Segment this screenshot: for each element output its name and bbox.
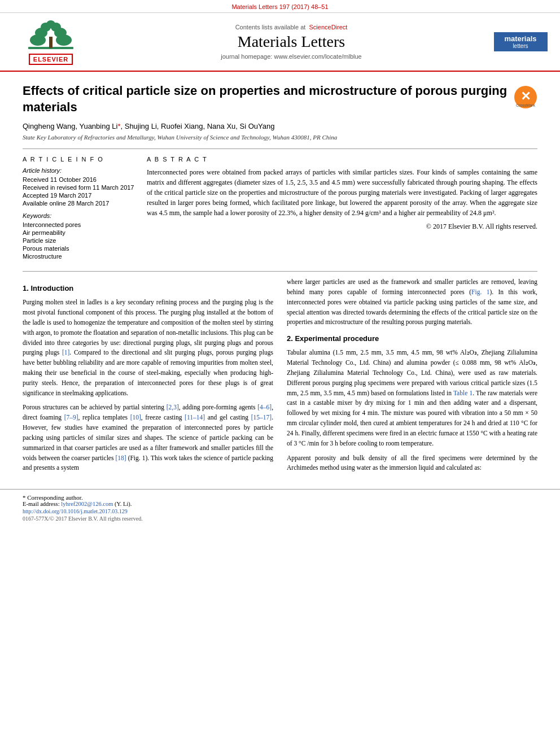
table1-link[interactable]: Table 1 <box>453 390 473 396</box>
sciencedirect-link[interactable]: ScienceDirect <box>309 24 348 30</box>
received-date: Received 11 October 2016 <box>23 176 135 183</box>
keyword-3: Particle size <box>23 237 135 244</box>
ref-1[interactable]: [1] <box>62 349 69 356</box>
article-area: Effects of critical particle size on pro… <box>0 72 560 489</box>
doi-link[interactable]: http://dx.doi.org/10.1016/j.matlet.2017.… <box>23 508 537 514</box>
keywords-label: Keywords: <box>23 212 135 219</box>
info-abstract-section: A R T I C L E I N F O Article history: R… <box>23 156 537 261</box>
abstract-heading: A B S T R A C T <box>147 156 537 163</box>
email-suffix: (Y. Li). <box>115 501 132 507</box>
svg-point-8 <box>46 20 55 28</box>
ref-7-9[interactable]: [7–9] <box>64 414 78 421</box>
footer-star-note: * Corresponding author. <box>23 494 537 501</box>
ref-10[interactable]: [10] <box>130 414 141 421</box>
elsevier-tree-icon <box>25 19 76 54</box>
experimental-para-2: Apparent porosity and bulk density of al… <box>287 453 537 474</box>
article-info-panel: A R T I C L E I N F O Article history: R… <box>23 156 135 261</box>
journal-homepage: journal homepage: www.elsevier.com/locat… <box>96 53 487 60</box>
body-right-column: where larger particles are used as the f… <box>287 277 537 478</box>
issn-text: 0167-577X/© 2017 Elsevier B.V. All right… <box>23 516 537 522</box>
top-citation-bar: Materials Letters 197 (2017) 48–51 <box>0 0 560 13</box>
ref-2-3[interactable]: [2,3] <box>167 404 179 410</box>
affiliation-text: State Key Laboratory of Refractories and… <box>23 134 537 141</box>
journal-title: Materials Letters <box>96 33 487 51</box>
intro-para-1: Purging molten steel in ladles is a key … <box>23 298 273 398</box>
keyword-4: Porous materials <box>23 245 135 252</box>
experimental-para-1: Tabular alumina (1.5 mm, 2.5 mm, 3.5 mm,… <box>287 348 537 448</box>
ml-subtitle: letters <box>498 43 543 49</box>
crossmark-icon[interactable]: ✕ CrossMark <box>514 85 537 109</box>
section2-title: 2. Experimental procedure <box>287 333 537 344</box>
authors-text: Qingheng Wang, Yuanbing Li*, Shujing Li,… <box>23 122 274 130</box>
abstract-copyright: © 2017 Elsevier B.V. All rights reserved… <box>147 222 537 231</box>
email-link[interactable]: lyhref2002@126.com <box>61 501 113 507</box>
fig1-ref[interactable]: Fig. 1 <box>471 289 489 295</box>
revised-date: Received in revised form 11 March 2017 <box>23 184 135 191</box>
accepted-date: Accepted 19 March 2017 <box>23 192 135 199</box>
intro-para-2: Porous structures can be achieved by par… <box>23 403 273 473</box>
elsevier-emblem: ELSEVIER <box>25 19 76 65</box>
journal-header: ELSEVIER Contents lists available at Sci… <box>0 13 560 72</box>
keyword-2: Air permeability <box>23 229 135 236</box>
elsevier-logo-area: ELSEVIER <box>11 19 90 65</box>
divider-1 <box>23 148 537 149</box>
svg-text:✕: ✕ <box>520 89 531 103</box>
svg-text:CrossMark: CrossMark <box>516 103 535 107</box>
section1-title: 1. Introduction <box>23 283 273 294</box>
divider-2 <box>23 271 537 272</box>
keyword-5: Microstructure <box>23 253 135 260</box>
abstract-text: Interconnected pores were obtained from … <box>147 167 537 218</box>
ml-title: materials <box>498 34 543 43</box>
history-label: Article history: <box>23 167 135 174</box>
ref-4-6[interactable]: [4–6] <box>257 404 272 410</box>
keyword-1: Interconnected pores <box>23 221 135 228</box>
svg-rect-1 <box>49 37 53 48</box>
footer-email: E-mail address: lyhref2002@126.com (Y. L… <box>23 501 537 507</box>
article-title: Effects of critical particle size on pro… <box>23 83 508 115</box>
ml-logo-box: materials letters <box>494 32 548 51</box>
footer-notes: * Corresponding author. E-mail address: … <box>0 489 560 524</box>
abstract-panel: A B S T R A C T Interconnected pores wer… <box>147 156 537 261</box>
sciencedirect-prefix: Contents lists available at <box>235 24 306 30</box>
ref-15-17[interactable]: [15–17] <box>251 414 272 421</box>
citation-text: Materials Letters 197 (2017) 48–51 <box>231 3 328 10</box>
body-columns: 1. Introduction Purging molten steel in … <box>23 277 537 478</box>
available-date: Available online 28 March 2017 <box>23 200 135 207</box>
ref-18[interactable]: [18] <box>115 455 126 461</box>
sciencedirect-line: Contents lists available at ScienceDirec… <box>96 24 487 30</box>
elsevier-label: ELSEVIER <box>29 54 73 65</box>
email-label: E-mail address: <box>23 501 60 507</box>
journal-center: Contents lists available at ScienceDirec… <box>96 24 487 60</box>
title-crossmark-row: Effects of critical particle size on pro… <box>23 83 537 122</box>
body-left-column: 1. Introduction Purging molten steel in … <box>23 277 273 478</box>
journal-logo-right: materials letters <box>492 32 549 51</box>
intro-para-3: where larger particles are used as the f… <box>287 277 537 327</box>
ref-11-14[interactable]: [11–14] <box>185 414 205 421</box>
article-info-heading: A R T I C L E I N F O <box>23 156 135 163</box>
page-wrapper: Materials Letters 197 (2017) 48–51 <box>0 0 560 747</box>
authors-line: Qingheng Wang, Yuanbing Li*, Shujing Li,… <box>23 122 537 130</box>
